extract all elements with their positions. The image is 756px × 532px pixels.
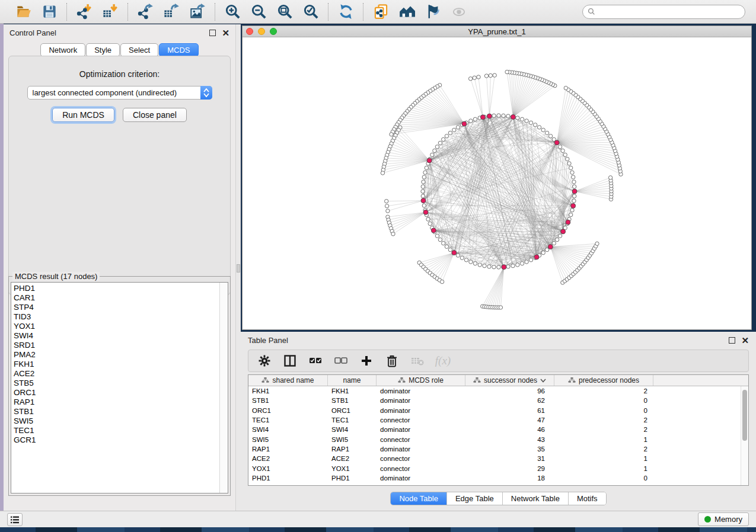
table-row[interactable]: YOX1YOX1connector291: [248, 463, 741, 473]
mcds-result-item[interactable]: GCR1: [14, 435, 217, 445]
table-row[interactable]: STB1STB1dominator620: [248, 396, 741, 405]
eye-icon[interactable]: [450, 3, 468, 21]
tab-node-table[interactable]: Node Table: [391, 492, 447, 505]
open-file-icon[interactable]: [14, 3, 32, 21]
mcds-result-item[interactable]: PMA2: [14, 350, 217, 360]
mcds-list-scrollbar[interactable]: [219, 283, 228, 493]
cell-shared-name: PHD1: [248, 475, 328, 482]
memory-button[interactable]: Memory: [698, 512, 749, 526]
table-row[interactable]: FKH1FKH1dominator962: [248, 386, 741, 396]
first-neighbors-icon[interactable]: [398, 3, 416, 21]
column-header-predecessor-nodes[interactable]: predecessor nodes: [554, 375, 653, 386]
apply-layout-icon[interactable]: [337, 3, 355, 21]
mcds-result-item[interactable]: STP4: [14, 303, 217, 312]
tab-network-table[interactable]: Network Table: [503, 492, 569, 505]
gear-icon[interactable]: [257, 353, 272, 368]
function-icon: f(x): [435, 353, 451, 368]
cell-successor-nodes: 35: [465, 446, 554, 453]
cell-MCDS-role: connector: [377, 416, 465, 424]
table-scrollbar-thumb[interactable]: [742, 390, 747, 441]
clone-network-icon[interactable]: [372, 3, 390, 21]
uncheck-all-icon[interactable]: [333, 353, 349, 368]
table-row[interactable]: ACE2ACE2connector311: [248, 454, 741, 463]
save-session-icon[interactable]: [40, 3, 58, 21]
check-all-icon[interactable]: [308, 353, 323, 368]
trash-icon[interactable]: [384, 353, 400, 368]
table-scrollbar[interactable]: [741, 386, 748, 485]
zoom-selected-icon[interactable]: [302, 3, 320, 21]
mcds-result-item[interactable]: YOX1: [14, 322, 217, 331]
export-table-icon[interactable]: [162, 3, 180, 21]
tab-mcds[interactable]: MCDS: [159, 43, 198, 57]
network-canvas[interactable]: [243, 37, 751, 329]
delete-column-icon: [410, 353, 425, 368]
table-row[interactable]: ORC1ORC1dominator610: [248, 406, 741, 415]
run-mcds-button[interactable]: Run MCDS: [52, 108, 114, 122]
mcds-tab-content: Optimization criterion: largest connecte…: [8, 56, 231, 295]
columns-icon[interactable]: [282, 353, 298, 368]
optimization-criterion-label: Optimization criterion:: [9, 69, 230, 79]
close-panel-button[interactable]: Close panel: [123, 108, 187, 122]
optimization-criterion-dropdown[interactable]: largest connected component (undirected): [27, 86, 212, 100]
search-input[interactable]: [598, 8, 740, 16]
mcds-result-item[interactable]: TEC1: [14, 426, 217, 435]
tab-select[interactable]: Select: [120, 43, 158, 57]
cell-MCDS-role: connector: [377, 455, 465, 462]
tab-motifs[interactable]: Motifs: [569, 492, 606, 505]
float-panel-icon[interactable]: [209, 30, 216, 36]
close-panel-icon[interactable]: ✕: [222, 30, 229, 36]
mcds-result-item[interactable]: TID3: [14, 312, 217, 322]
mcds-result-item[interactable]: CAR1: [14, 293, 217, 303]
zoom-fit-icon[interactable]: [276, 3, 294, 21]
network-window-titlebar[interactable]: YPA_prune.txt_1: [243, 26, 751, 37]
cell-predecessor-nodes: 2: [554, 387, 653, 395]
column-header-name[interactable]: name: [328, 375, 377, 386]
cell-successor-nodes: 61: [465, 407, 554, 414]
mcds-result-item[interactable]: SWI5: [14, 416, 217, 426]
mcds-result-item[interactable]: SWI4: [14, 331, 217, 341]
table-row[interactable]: PHD1PHD1dominator180: [248, 473, 741, 483]
toolbar-icons: [6, 3, 476, 21]
mcds-result-item[interactable]: STB1: [14, 407, 217, 416]
table-row[interactable]: SWI5SWI5connector431: [248, 434, 741, 444]
export-image-icon[interactable]: [189, 3, 206, 21]
column-header-MCDS-role[interactable]: MCDS role: [377, 375, 465, 386]
mcds-result-item[interactable]: STB5: [14, 379, 217, 388]
mcds-result-list[interactable]: PHD1CAR1STP4TID3YOX1SWI4SRD1PMA2FKH1ACE2…: [11, 282, 228, 493]
mcds-result-item[interactable]: ORC1: [14, 388, 217, 398]
zoom-out-icon[interactable]: [250, 3, 267, 21]
tab-style[interactable]: Style: [86, 43, 120, 57]
tab-edge-table[interactable]: Edge Table: [447, 492, 503, 505]
table-panel-header: Table Panel ✕: [241, 332, 756, 348]
mcds-result-title: MCDS result (17 nodes): [12, 272, 100, 281]
mcds-result-item[interactable]: PHD1: [14, 284, 217, 293]
mcds-result-item[interactable]: FKH1: [14, 360, 217, 369]
table-row[interactable]: TEC1TEC1connector472: [248, 415, 741, 425]
float-table-panel-icon[interactable]: [729, 337, 735, 344]
import-table-icon[interactable]: [101, 3, 119, 21]
splitter-handle-icon[interactable]: [237, 264, 240, 273]
table-row[interactable]: RAP1RAP1dominator352: [248, 444, 741, 454]
close-table-panel-icon[interactable]: ✕: [741, 337, 749, 344]
mcds-result-item[interactable]: ACE2: [14, 369, 217, 379]
column-header-shared-name[interactable]: shared name: [248, 375, 328, 386]
cell-MCDS-role: dominator: [377, 407, 465, 414]
column-header-successor-nodes[interactable]: successor nodes: [465, 375, 554, 386]
table-row[interactable]: SWI4SWI4dominator462: [248, 425, 741, 434]
cell-MCDS-role: connector: [377, 465, 465, 472]
mcds-result-item[interactable]: RAP1: [14, 398, 217, 407]
tab-network[interactable]: Network: [40, 43, 85, 57]
zoom-in-icon[interactable]: [224, 3, 241, 21]
control-panel-header: Control Panel ✕: [4, 24, 235, 41]
search-box[interactable]: [582, 5, 745, 19]
mcds-result-item[interactable]: SRD1: [14, 341, 217, 350]
mcds-result-group: MCDS result (17 nodes) PHD1CAR1STP4TID3Y…: [8, 276, 231, 496]
add-icon[interactable]: [359, 353, 374, 368]
import-network-icon[interactable]: [75, 3, 93, 21]
list-icon: [10, 515, 20, 524]
task-history-button[interactable]: [7, 513, 23, 526]
network-edges: [382, 72, 621, 308]
export-network-icon[interactable]: [136, 3, 154, 21]
flag-icon[interactable]: [424, 3, 442, 21]
vertical-splitter[interactable]: [235, 24, 241, 511]
